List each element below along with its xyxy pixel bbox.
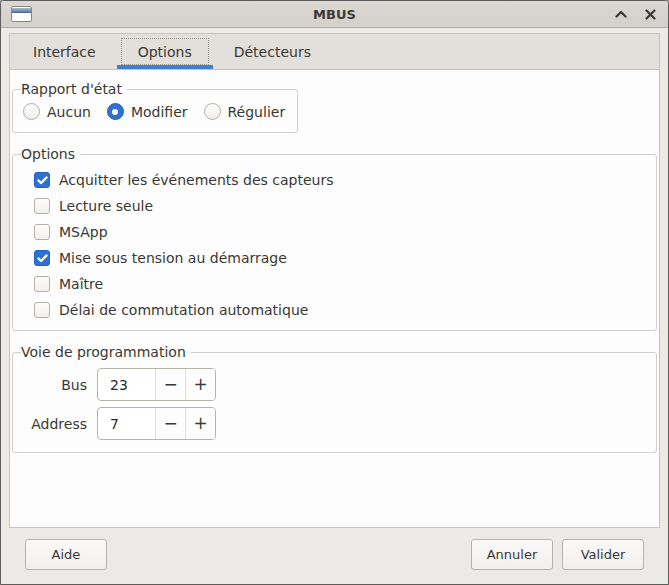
checkbox-mise-sous-tension-label: Mise sous tension au démarrage: [59, 250, 287, 266]
options-legend: Options: [21, 146, 80, 162]
rapport-radio-row: Aucun Modifier Régulier: [21, 101, 287, 122]
radio-modifier-indicator[interactable]: [107, 103, 124, 120]
checkbox-mise-sous-tension[interactable]: Mise sous tension au démarrage: [34, 250, 646, 266]
cancel-button[interactable]: Annuler: [471, 539, 553, 570]
bus-value-input[interactable]: 23: [98, 369, 155, 400]
checkbox-lecture-seule-label: Lecture seule: [59, 198, 153, 214]
shade-button[interactable]: [613, 6, 629, 22]
checkbox-acquitter-evenements[interactable]: Acquitter les événements des capteurs: [34, 172, 646, 188]
radio-aucun[interactable]: Aucun: [23, 103, 91, 120]
window-icon: [11, 6, 32, 22]
radio-regulier-indicator[interactable]: [204, 103, 221, 120]
radio-aucun-indicator[interactable]: [23, 103, 40, 120]
checkmark-icon: [37, 176, 48, 185]
checkbox-msapp-label: MSApp: [59, 224, 108, 240]
ok-button[interactable]: Valider: [562, 539, 644, 570]
tab-detecteurs[interactable]: Détecteurs: [213, 34, 332, 69]
checkbox-acquitter-evenements-label: Acquitter les événements des capteurs: [59, 172, 334, 188]
bus-row: Bus 23 − +: [21, 368, 646, 401]
titlebar[interactable]: MBUS: [1, 1, 668, 28]
options-group: Options Acquitter les événements des cap…: [12, 146, 657, 331]
radio-regulier-label: Régulier: [228, 104, 286, 120]
window-title: MBUS: [1, 7, 668, 22]
close-button[interactable]: [642, 6, 658, 22]
tab-options[interactable]: Options: [117, 34, 213, 69]
checkbox-acquitter-evenements-box[interactable]: [34, 172, 50, 188]
checkbox-msapp[interactable]: MSApp: [34, 224, 646, 240]
radio-aucun-label: Aucun: [47, 104, 91, 120]
address-value-input[interactable]: 7: [98, 408, 155, 439]
checkbox-delai-commutation-box[interactable]: [34, 302, 50, 318]
help-button[interactable]: Aide: [25, 539, 107, 570]
options-check-list: Acquitter les événements des capteurs Le…: [21, 166, 646, 320]
checkbox-msapp-box[interactable]: [34, 224, 50, 240]
checkbox-mise-sous-tension-box[interactable]: [34, 250, 50, 266]
checkbox-maitre-label: Maître: [59, 276, 103, 292]
radio-regulier[interactable]: Régulier: [204, 103, 286, 120]
address-decrement-button[interactable]: −: [155, 408, 185, 439]
radio-modifier[interactable]: Modifier: [107, 103, 188, 120]
tab-strip: Interface Options Détecteurs: [9, 33, 660, 70]
bus-label: Bus: [21, 377, 87, 393]
checkbox-delai-commutation[interactable]: Délai de commutation automatique: [34, 302, 646, 318]
checkbox-delai-commutation-label: Délai de commutation automatique: [59, 302, 308, 318]
rapport-detat-legend: Rapport d'état: [21, 81, 127, 97]
spinner-grid: Bus 23 − + Address 7 − +: [21, 364, 646, 442]
checkbox-maitre-box[interactable]: [34, 276, 50, 292]
chevron-up-icon: [615, 10, 627, 18]
address-label: Address: [21, 416, 87, 432]
notebook: Interface Options Détecteurs Rapport d'é…: [9, 33, 660, 528]
options-tab-page: Rapport d'état Aucun Modifier Régulier: [9, 70, 660, 528]
bus-increment-button[interactable]: +: [185, 369, 215, 400]
radio-modifier-label: Modifier: [131, 104, 188, 120]
close-icon: [645, 9, 656, 20]
mbus-dialog-window: MBUS Interface Options Détecteurs Rap: [0, 0, 669, 585]
checkmark-icon: [37, 254, 48, 263]
checkbox-maitre[interactable]: Maître: [34, 276, 646, 292]
bus-spinbox: 23 − +: [97, 368, 216, 401]
bus-decrement-button[interactable]: −: [155, 369, 185, 400]
checkbox-lecture-seule-box[interactable]: [34, 198, 50, 214]
action-area: Aide Annuler Valider: [1, 528, 668, 584]
address-increment-button[interactable]: +: [185, 408, 215, 439]
tab-interface[interactable]: Interface: [12, 34, 117, 69]
checkbox-lecture-seule[interactable]: Lecture seule: [34, 198, 646, 214]
voie-programmation-legend: Voie de programmation: [21, 344, 191, 360]
address-row: Address 7 − +: [21, 407, 646, 440]
voie-programmation-group: Voie de programmation Bus 23 − + Address: [12, 344, 657, 453]
rapport-detat-group: Rapport d'état Aucun Modifier Régulier: [12, 81, 298, 133]
address-spinbox: 7 − +: [97, 407, 216, 440]
